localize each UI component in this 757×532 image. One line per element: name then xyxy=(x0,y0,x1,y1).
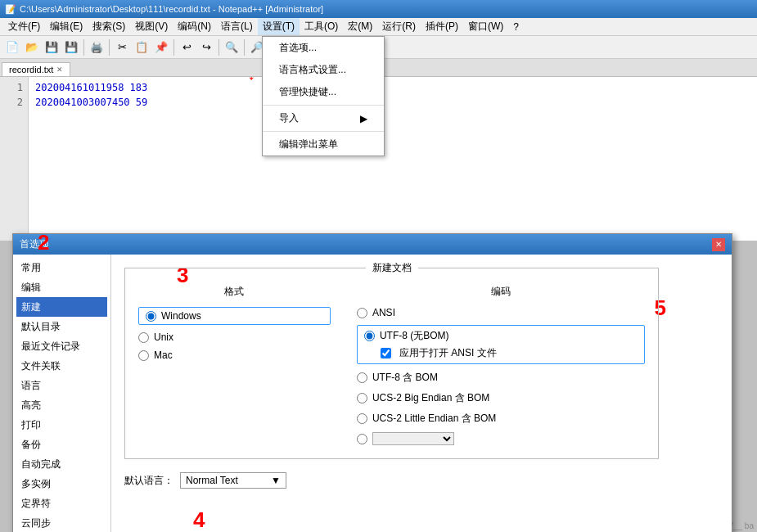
menu-search[interactable]: 搜索(S) xyxy=(88,18,130,35)
enc-ansi-option[interactable]: ANSI xyxy=(357,307,645,318)
format-windows-option[interactable]: Windows xyxy=(138,307,331,325)
menu-encoding[interactable]: 编码(N) xyxy=(173,18,216,35)
tb-redo[interactable]: ↪ xyxy=(197,38,215,56)
dropdown-import[interactable]: 导入 ▶ xyxy=(263,107,384,129)
dropdown-sep2 xyxy=(263,131,384,132)
sidebar-print[interactable]: 打印 xyxy=(16,415,107,435)
enc-apply-ansi-option[interactable]: 应用于打开 ANSI 文件 xyxy=(381,346,638,360)
default-lang-row: 默认语言： Normal Text ▼ xyxy=(124,472,719,489)
enc-utf8-bom-option[interactable]: UTF-8 含 BOM xyxy=(357,371,645,385)
enc-utf8-nobom-option[interactable]: UTF-8 (无BOM) xyxy=(364,329,638,343)
enc-utf8-box: UTF-8 (无BOM) 应用于打开 ANSI 文件 xyxy=(357,325,645,364)
sidebar-autocomplete[interactable]: 自动完成 xyxy=(16,454,107,474)
tb-save[interactable]: 💾 xyxy=(43,38,61,56)
sidebar-list: 常用 编辑 新建 默认目录 最近文件记录 文件关联 语言 高亮 打印 备份 自动… xyxy=(16,258,107,532)
menu-plugins[interactable]: 插件(P) xyxy=(421,18,463,35)
default-lang-label: 默认语言： xyxy=(124,474,173,488)
menu-bar: 文件(F) 编辑(E) 搜索(S) 视图(V) 编码(N) 语言(L) 设置(T… xyxy=(0,18,757,36)
format-mac-option[interactable]: Mac xyxy=(138,349,331,361)
sidebar-cloud-sync[interactable]: 云同步 xyxy=(16,513,107,532)
annotation-4: 4 xyxy=(193,507,205,532)
title-bar: 📝 C:\Users\Administrator\Desktop\111\rec… xyxy=(0,0,757,18)
tb-print[interactable]: 🖨️ xyxy=(88,38,106,56)
format-windows-radio[interactable] xyxy=(146,311,156,322)
format-unix-radio[interactable] xyxy=(138,332,149,343)
default-lang-value: Normal Text xyxy=(186,475,238,486)
new-doc-section: 新建文档 格式 Windows Unix xyxy=(124,268,659,459)
sidebar-backup[interactable]: 备份 xyxy=(16,435,107,454)
menu-language[interactable]: 语言(L) xyxy=(216,18,258,35)
enc-utf8-nobom-radio[interactable] xyxy=(364,331,375,341)
menu-edit[interactable]: 编辑(E) xyxy=(45,18,88,35)
format-section: 格式 Windows Unix xyxy=(138,285,331,361)
menu-settings[interactable]: 设置(T) xyxy=(258,18,300,35)
dialog-close-button[interactable]: ✕ xyxy=(712,238,725,251)
default-lang-select[interactable]: Normal Text ▼ xyxy=(180,472,286,489)
editor-line-1: 202004161011958 183 xyxy=(35,80,750,95)
menu-window[interactable]: 窗口(W) xyxy=(463,18,508,35)
tab-label: recordid.txt xyxy=(9,65,53,74)
tb-copy[interactable]: 📋 xyxy=(133,38,151,56)
dropdown-preferences[interactable]: 首选项... xyxy=(263,37,384,59)
sidebar-file-assoc[interactable]: 文件关联 xyxy=(16,356,107,376)
tb-cut[interactable]: ✂ xyxy=(113,38,131,56)
enc-apply-ansi-check[interactable] xyxy=(381,348,391,358)
tb-save-all[interactable]: 💾 xyxy=(62,38,80,56)
menu-macro[interactable]: 宏(M) xyxy=(343,18,377,35)
enc-ucs2-little-option[interactable]: UCS-2 Little Endian 含 BOM xyxy=(357,412,645,426)
enc-ucs2-little-radio[interactable] xyxy=(357,413,367,424)
encoding-label: 编码 xyxy=(357,285,645,299)
sidebar-common[interactable]: 常用 xyxy=(16,258,107,277)
dialog-title-bar: 首选项 ✕ xyxy=(13,234,732,255)
tb-paste[interactable]: 📌 xyxy=(152,38,170,56)
dropdown-arrow-icon: ▼ xyxy=(271,475,281,486)
enc-ucs2-big-label: UCS-2 Big Endian 含 BOM xyxy=(372,391,489,405)
sidebar-highlight[interactable]: 高亮 xyxy=(16,395,107,415)
dialog-body: 常用 编辑 新建 默认目录 最近文件记录 文件关联 语言 高亮 打印 备份 自动… xyxy=(13,255,732,532)
enc-ansi-radio[interactable] xyxy=(357,308,367,318)
dropdown-style-config[interactable]: 语言格式设置... xyxy=(263,59,384,81)
tb-find[interactable]: 🔍 xyxy=(223,38,241,56)
enc-ucs2-little-label: UCS-2 Little Endian 含 BOM xyxy=(372,412,496,426)
title-text: C:\Users\Administrator\Desktop\111\recor… xyxy=(20,4,323,14)
new-doc-title: 新建文档 xyxy=(366,261,418,275)
sidebar-default-dir[interactable]: 默认目录 xyxy=(16,317,107,336)
format-label: 格式 xyxy=(138,285,331,299)
format-unix-option[interactable]: Unix xyxy=(138,331,331,343)
section-content: 格式 Windows Unix xyxy=(138,285,645,445)
dropdown-shortcut[interactable]: 管理快捷键... xyxy=(263,81,384,103)
format-mac-radio[interactable] xyxy=(138,350,149,361)
enc-utf8-bom-radio[interactable] xyxy=(357,372,367,383)
enc-ucs2-big-option[interactable]: UCS-2 Big Endian 含 BOM xyxy=(357,391,645,405)
line-numbers: 1 2 xyxy=(0,77,29,241)
editor-content: 202004161011958 183 2020041003007450 59 xyxy=(29,77,757,113)
editor-line-2: 2020041003007450 59 xyxy=(35,95,750,110)
enc-other-option[interactable] xyxy=(357,432,645,445)
enc-other-radio[interactable] xyxy=(357,434,367,444)
encoding-section: 编码 ANSI UTF-8 (无BOM) xyxy=(357,285,645,445)
menu-help[interactable]: ? xyxy=(508,20,524,34)
tb-undo[interactable]: ↩ xyxy=(178,38,196,56)
tb-new[interactable]: 📄 xyxy=(3,38,21,56)
menu-view[interactable]: 视图(V) xyxy=(130,18,173,35)
enc-ucs2-big-radio[interactable] xyxy=(357,393,367,404)
sidebar-delimiter[interactable]: 定界符 xyxy=(16,494,107,513)
tab-recordid[interactable]: recordid.txt ✕ xyxy=(2,62,70,76)
format-windows-label: Windows xyxy=(161,310,201,322)
tb-open[interactable]: 📂 xyxy=(23,38,41,56)
sidebar-language[interactable]: 语言 xyxy=(16,376,107,395)
enc-utf8-nobom-label: UTF-8 (无BOM) xyxy=(380,329,449,343)
tab-close-icon[interactable]: ✕ xyxy=(56,65,63,74)
dropdown-edit-popup[interactable]: 编辑弹出菜单 xyxy=(263,133,384,156)
menu-tools[interactable]: 工具(O) xyxy=(300,18,343,35)
app-icon: 📝 xyxy=(5,4,16,15)
settings-dropdown: 首选项... 语言格式设置... 管理快捷键... 导入 ▶ 编辑弹出菜单 xyxy=(262,36,385,156)
menu-file[interactable]: 文件(F) xyxy=(3,18,45,35)
enc-other-select[interactable] xyxy=(372,432,454,445)
tb-sep1 xyxy=(83,39,84,56)
menu-run[interactable]: 运行(R) xyxy=(377,18,421,35)
sidebar-multi-instance[interactable]: 多实例 xyxy=(16,474,107,494)
sidebar-recent-files[interactable]: 最近文件记录 xyxy=(16,336,107,356)
sidebar-new[interactable]: 新建 xyxy=(16,297,107,317)
sidebar-edit[interactable]: 编辑 xyxy=(16,277,107,297)
